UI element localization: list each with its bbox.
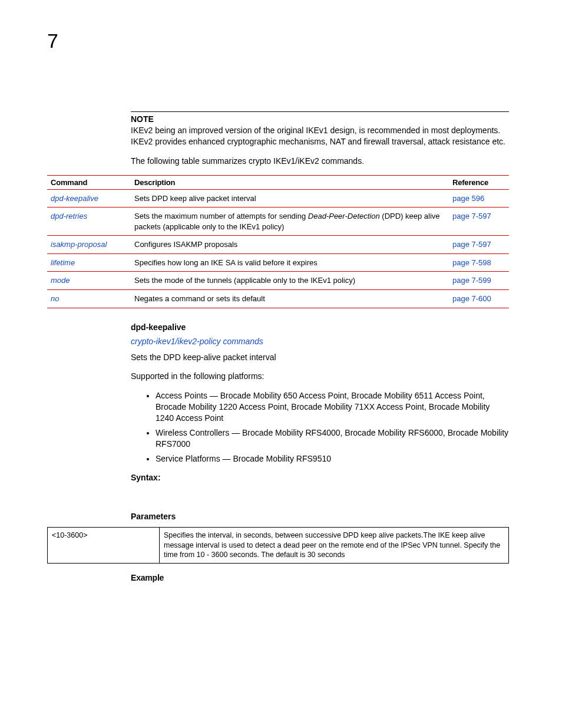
table-row: dpd-keepalive Sets DPD keep alive packet… xyxy=(47,189,509,207)
cmd-desc: Sets the mode of the tunnels (applicable… xyxy=(131,272,449,290)
table-row: mode Sets the mode of the tunnels (appli… xyxy=(47,272,509,290)
platform-list: Access Points — Brocade Mobility 650 Acc… xyxy=(156,390,509,464)
ref-link[interactable]: page 596 xyxy=(452,194,484,203)
ref-link[interactable]: page 7-598 xyxy=(452,258,491,267)
cmd-desc: Sets the maximum number of attempts for … xyxy=(131,207,449,236)
cmd-link[interactable]: dpd-retries xyxy=(51,212,87,220)
section-heading: dpd-keepalive xyxy=(131,322,509,332)
ref-link[interactable]: page 7-599 xyxy=(452,276,491,285)
th-description: Description xyxy=(131,175,449,189)
cmd-link[interactable]: lifetime xyxy=(51,258,75,267)
note-label: NOTE xyxy=(131,114,509,124)
chapter-number: 7 xyxy=(47,29,509,52)
table-row: <10-3600> Specifies the interval, in sec… xyxy=(48,527,509,564)
note-text: IKEv2 being an improved version of the o… xyxy=(131,125,509,147)
list-item: Service Platforms — Brocade Mobility RFS… xyxy=(156,453,509,465)
note-rule xyxy=(131,111,509,112)
command-table: Command Description Reference dpd-keepal… xyxy=(47,175,509,308)
param-name: <10-3600> xyxy=(48,527,160,564)
syntax-heading: Syntax: xyxy=(131,473,509,482)
th-command: Command xyxy=(47,175,131,189)
example-heading: Example xyxy=(131,573,509,582)
table-row: no Negates a command or sets its default… xyxy=(47,289,509,308)
section-sublink[interactable]: crypto-ikev1/ikev2-policy commands xyxy=(131,337,509,346)
cmd-desc: Negates a command or sets its default xyxy=(131,289,449,308)
cmd-link[interactable]: no xyxy=(51,294,59,303)
ref-link[interactable]: page 7-600 xyxy=(452,294,491,303)
cmd-desc: Configures ISAKMP proposals xyxy=(131,236,449,254)
cmd-desc: Specifies how long an IKE SA is valid be… xyxy=(131,253,449,272)
cmd-link[interactable]: dpd-keepalive xyxy=(51,194,98,203)
cmd-link[interactable]: isakmp-proposal xyxy=(51,240,107,249)
list-item: Access Points — Brocade Mobility 650 Acc… xyxy=(156,390,509,424)
table-row: dpd-retries Sets the maximum number of a… xyxy=(47,207,509,236)
parameters-heading: Parameters xyxy=(131,512,509,521)
table-row: isakmp-proposal Configures ISAKMP propos… xyxy=(47,236,509,254)
cmd-desc: Sets DPD keep alive packet interval xyxy=(131,189,449,207)
section-desc1: Sets the DPD keep-alive packet interval xyxy=(131,352,509,363)
ref-link[interactable]: page 7-597 xyxy=(452,240,491,249)
ref-link[interactable]: page 7-597 xyxy=(452,212,491,220)
section-desc2: Supported in the following platforms: xyxy=(131,371,509,382)
cmd-link[interactable]: mode xyxy=(51,276,70,285)
param-desc: Specifies the interval, in seconds, betw… xyxy=(160,527,509,564)
list-item: Wireless Controllers — Brocade Mobility … xyxy=(156,427,509,450)
intro-text: The following table summarizes crypto IK… xyxy=(131,156,509,167)
table-row: lifetime Specifies how long an IKE SA is… xyxy=(47,253,509,272)
th-reference: Reference xyxy=(449,175,509,189)
parameters-table: <10-3600> Specifies the interval, in sec… xyxy=(47,527,509,564)
